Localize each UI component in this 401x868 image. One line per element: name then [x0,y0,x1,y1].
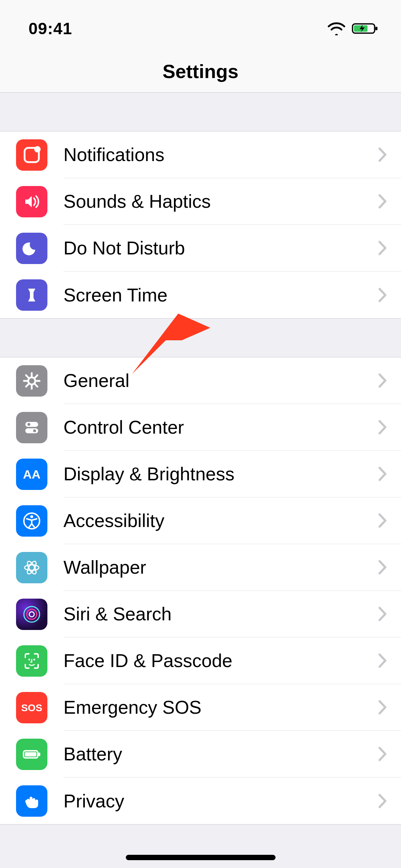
row-general[interactable]: General [0,357,401,404]
svg-point-20 [30,515,33,518]
row-face-id-passcode[interactable]: Face ID & Passcode [0,637,401,684]
chevron-right-icon [378,194,387,209]
general-icon [16,365,47,397]
accessibility-icon [16,505,47,537]
row-notifications[interactable]: Notifications [0,131,401,178]
row-display-brightness[interactable]: AA Display & Brightness [0,451,401,497]
svg-line-10 [26,375,28,377]
row-control-center[interactable]: Control Center [0,404,401,451]
status-time: 09:41 [29,19,72,38]
row-label: Battery [63,743,122,765]
chevron-right-icon [378,241,387,255]
svg-rect-14 [25,422,38,427]
row-label: Notifications [63,144,164,165]
row-privacy[interactable]: Privacy [0,777,401,824]
row-label: Control Center [63,417,184,438]
do-not-disturb-icon [16,233,47,264]
battery-settings-icon [16,739,47,770]
chevron-right-icon [378,653,387,668]
row-label: Wallpaper [63,557,146,578]
chevron-right-icon [378,147,387,162]
chevron-right-icon [378,288,387,303]
display-icon: AA [16,459,47,490]
status-bar: 09:41 [0,0,401,50]
row-label: Do Not Disturb [63,237,185,259]
row-accessibility[interactable]: Accessibility [0,497,401,544]
chevron-right-icon [378,373,387,388]
chevron-right-icon [378,700,387,715]
settings-group-1: Notifications Sounds & Haptics [0,131,401,319]
row-emergency-sos[interactable]: SOS Emergency SOS [0,684,401,731]
row-label: Display & Brightness [63,463,235,485]
home-indicator [126,855,276,860]
svg-rect-33 [25,752,36,756]
emergency-sos-icon: SOS [16,692,47,723]
chevron-right-icon [378,606,387,621]
svg-point-17 [33,429,36,432]
control-center-icon [16,412,47,443]
chevron-right-icon [378,513,387,528]
chevron-right-icon [378,560,387,575]
svg-rect-1 [375,27,377,30]
sounds-icon [16,186,47,217]
status-icons [328,22,380,35]
row-screen-time[interactable]: Screen Time [0,272,401,318]
row-wallpaper[interactable]: Wallpaper [0,544,401,591]
svg-point-5 [28,377,35,384]
notifications-icon [16,139,47,171]
svg-line-11 [35,384,37,387]
svg-line-12 [35,375,37,377]
siri-icon [16,599,47,630]
row-siri-search[interactable]: Siri & Search [0,591,401,637]
chevron-right-icon [378,466,387,481]
section-gap [0,93,401,131]
face-id-icon [16,645,47,677]
row-label: Siri & Search [63,603,171,625]
wallpaper-icon [16,552,47,583]
svg-point-15 [27,423,30,426]
svg-point-4 [34,146,41,153]
svg-point-22 [25,565,39,570]
svg-point-27 [29,612,34,617]
svg-point-29 [34,658,35,660]
row-label: General [63,370,129,391]
row-battery[interactable]: Battery [0,731,401,777]
row-label: Sounds & Haptics [63,191,211,212]
page-title: Settings [163,60,238,82]
svg-text:SOS: SOS [21,702,42,713]
svg-rect-32 [38,753,40,756]
row-label: Face ID & Passcode [63,650,232,671]
settings-screen: 09:41 Settings [0,0,401,868]
row-sounds-haptics[interactable]: Sounds & Haptics [0,178,401,225]
settings-group-2: General Control Center [0,357,401,825]
svg-line-13 [26,384,28,387]
svg-text:AA: AA [23,467,40,481]
row-label: Screen Time [63,284,168,306]
chevron-right-icon [378,746,387,761]
row-label: Emergency SOS [63,697,201,718]
section-gap [0,319,401,357]
row-do-not-disturb[interactable]: Do Not Disturb [0,225,401,272]
row-label: Accessibility [63,510,164,531]
chevron-right-icon [378,420,387,435]
svg-point-28 [29,658,30,660]
privacy-icon [16,785,47,817]
chevron-right-icon [378,794,387,808]
wifi-icon [328,22,345,35]
nav-header: Settings [0,50,401,93]
screen-time-icon [16,279,47,311]
row-label: Privacy [63,790,124,812]
svg-rect-16 [25,428,38,433]
svg-point-26 [27,609,37,619]
battery-charging-icon [352,22,380,35]
